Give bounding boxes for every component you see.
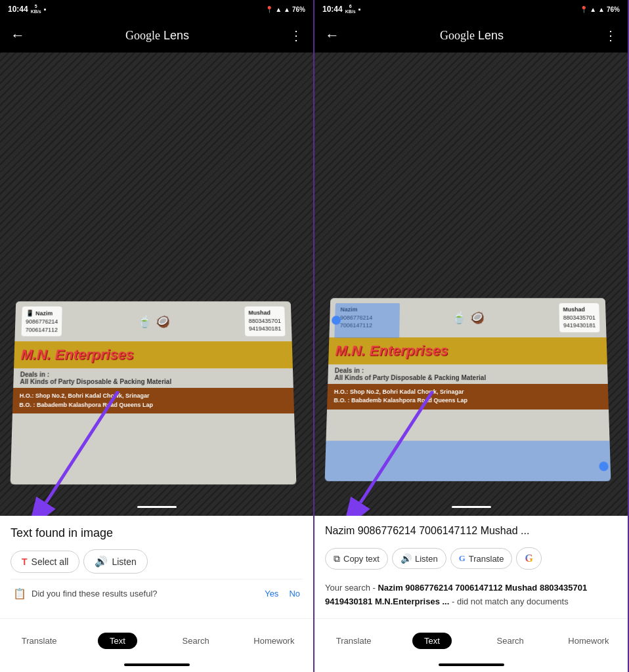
svg-line-1 xyxy=(46,391,118,503)
scroll-indicator-left xyxy=(137,506,177,508)
search-prefix: Your search - xyxy=(325,583,378,593)
copy-text-label: Copy text xyxy=(343,554,380,564)
action-row-right: ⧉ Copy text 🔊 Listen G Translate G xyxy=(314,543,628,576)
nav-translate-left[interactable]: Translate xyxy=(0,619,78,658)
nav-text-pill-right: Text xyxy=(412,633,452,649)
nav-text-right[interactable]: Text xyxy=(393,619,471,658)
nav-text-pill-left: Text xyxy=(98,633,137,649)
signal-icon-right: ▲ xyxy=(598,6,605,13)
card-contact-mushad-right: Mushad 8803435701 9419430181 xyxy=(559,303,599,332)
top-bar-right: ← Google Lens ⋮ xyxy=(314,18,628,52)
highlight-nazim xyxy=(334,303,400,338)
select-all-label: Select all xyxy=(32,556,69,567)
status-bar-left: 10:44 5KB/s ▪ 📍 ▲ ▲ 76% xyxy=(0,0,313,18)
copy-icon: ⧉ xyxy=(334,553,340,564)
feedback-icon: 📋 xyxy=(13,587,26,600)
translate-label-right: Translate xyxy=(469,554,504,564)
app-title-left: Google Lens xyxy=(30,29,284,43)
nav-search-label-left: Search xyxy=(183,636,209,646)
home-indicator-left xyxy=(0,658,313,672)
location-icon-right: 📍 xyxy=(580,6,588,13)
card-contact-mushad: Mushad 8803435701 9419430181 xyxy=(244,306,285,337)
right-phone-panel: 10:44 6KB/s ▪ 📍 ▲ ▲ 76% ← Google Lens ⋮ xyxy=(314,0,629,672)
listen-button-right[interactable]: 🔊 Listen xyxy=(392,548,446,569)
status-bar-right: 10:44 6KB/s ▪ 📍 ▲ ▲ 76% xyxy=(314,0,628,18)
app-title-right: Google Lens xyxy=(345,29,599,43)
nav-search-left[interactable]: Search xyxy=(157,619,235,658)
google-button-right[interactable]: G xyxy=(516,547,541,570)
bottom-panel-left: Text found in image T Select all 🔊 Liste… xyxy=(0,516,313,618)
card-deals: Deals in : All Kinds of Party Disposable… xyxy=(13,368,293,388)
home-bar-left xyxy=(124,663,190,666)
back-button-right[interactable]: ← xyxy=(320,22,345,49)
battery-icon-right: ▪ xyxy=(358,5,361,13)
signal-icon-left: ▲ xyxy=(284,6,290,13)
listen-label-left: Listen xyxy=(112,556,136,567)
battery-icon-left: ▪ xyxy=(44,5,47,13)
feedback-text: Did you find these results useful? xyxy=(32,589,259,598)
card-company-right: M.N. Enterprises xyxy=(335,343,600,359)
back-button-left[interactable]: ← xyxy=(5,22,30,49)
time-right: 10:44 xyxy=(322,5,343,14)
select-all-button[interactable]: T Select all xyxy=(11,551,79,573)
card-company-name: M.N. Enterprises xyxy=(20,346,286,363)
signal-data-left: 5KB/s xyxy=(31,4,41,14)
nav-homework-left[interactable]: Homework xyxy=(235,619,313,658)
location-icon-left: 📍 xyxy=(265,6,273,13)
nav-translate-label-right: Translate xyxy=(336,636,372,646)
wifi-icon-right: ▲ xyxy=(590,6,596,13)
listen-icon-left: 🔊 xyxy=(95,555,108,568)
nav-translate-right[interactable]: Translate xyxy=(314,619,393,658)
translate-button-right[interactable]: G Translate xyxy=(450,548,513,569)
nav-search-right[interactable]: Search xyxy=(471,619,550,658)
nav-homework-label-right: Homework xyxy=(568,636,609,646)
search-results: Your search - Nazim 9086776214 700614711… xyxy=(314,576,628,618)
home-indicator-right xyxy=(314,658,628,672)
battery-left: 76% xyxy=(292,6,305,13)
wifi-icon-left: ▲ xyxy=(275,6,282,13)
card-contact-nazim: 📱 Nazim 9086776214 7006147112 xyxy=(21,306,62,337)
nav-homework-right[interactable]: Homework xyxy=(550,619,628,658)
nav-search-label-right: Search xyxy=(497,636,524,646)
menu-button-left[interactable]: ⋮ xyxy=(284,22,308,49)
listen-label-right: Listen xyxy=(415,554,438,564)
scroll-indicator-right xyxy=(452,506,491,508)
nav-homework-label-left: Homework xyxy=(253,636,294,646)
signal-data-right: 6KB/s xyxy=(345,4,356,14)
extracted-text: Nazim 9086776214 7006147112 Mushad ... xyxy=(314,516,628,543)
time-left: 10:44 xyxy=(8,5,28,14)
svg-line-3 xyxy=(360,391,433,503)
purple-arrow-left xyxy=(26,391,144,516)
text-found-label: Text found in image xyxy=(11,526,303,540)
menu-button-right[interactable]: ⋮ xyxy=(599,22,622,49)
camera-view-right: Nazim 9086776214 7006147112 🍵🥥 Mushad 88… xyxy=(314,52,628,516)
search-suffix: - did not match any documents xyxy=(449,597,568,606)
copy-text-button[interactable]: ⧉ Copy text xyxy=(325,548,388,570)
listen-button-left[interactable]: 🔊 Listen xyxy=(83,549,147,574)
battery-right: 76% xyxy=(607,6,620,13)
google-g-icon: G xyxy=(525,553,532,564)
listen-icon-right: 🔊 xyxy=(401,553,412,564)
feedback-yes-button[interactable]: Yes xyxy=(265,589,278,598)
action-row-left: T Select all 🔊 Listen xyxy=(11,549,303,574)
feedback-no-button[interactable]: No xyxy=(289,589,300,598)
nav-bar-left: Translate Text Search Homework xyxy=(0,618,313,658)
top-bar-left: ← Google Lens ⋮ xyxy=(0,18,313,52)
nav-text-left[interactable]: Text xyxy=(78,619,156,658)
left-phone-panel: 10:44 5KB/s ▪ 📍 ▲ ▲ 76% ← Google Lens ⋮ xyxy=(0,0,314,672)
card-deals-right: Deals in : All Kinds of Party Disposable… xyxy=(328,365,608,385)
select-all-icon: T xyxy=(22,556,28,567)
nav-translate-label-left: Translate xyxy=(22,636,57,646)
nav-bar-right: Translate Text Search Homework xyxy=(314,618,628,658)
purple-arrow-right xyxy=(341,391,459,516)
feedback-row: 📋 Did you find these results useful? Yes… xyxy=(11,579,303,608)
home-bar-right xyxy=(439,663,504,666)
translate-g-icon: G xyxy=(459,553,466,564)
bottom-panel-right: Nazim 9086776214 7006147112 Mushad ... ⧉… xyxy=(314,516,628,618)
camera-view-left: 📱 Nazim 9086776214 7006147112 🍵🥥 Mushad … xyxy=(0,52,313,516)
